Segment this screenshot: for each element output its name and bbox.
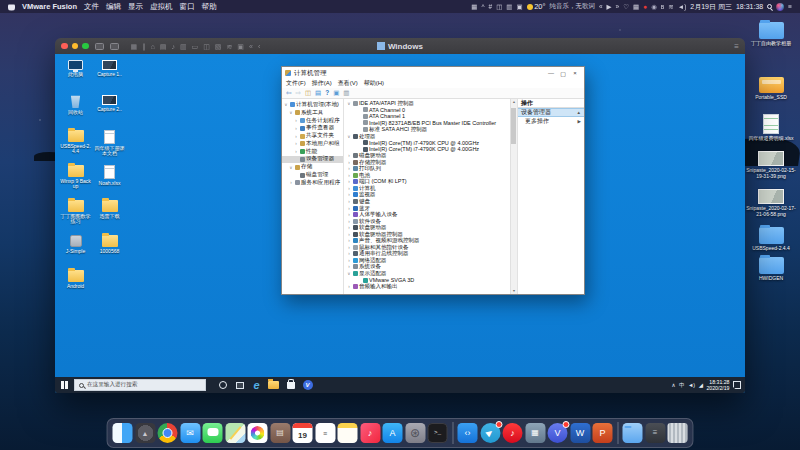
expand-arrow-icon[interactable]: ›: [294, 141, 298, 146]
expand-arrow-icon[interactable]: ›: [347, 173, 351, 178]
thunder-taskbar-icon[interactable]: [299, 377, 316, 393]
record-icon[interactable]: ◉: [651, 3, 657, 11]
tree-item-5[interactable]: › 本地用户和组: [282, 140, 343, 148]
tree-item-4[interactable]: › 共享文件夹: [282, 132, 343, 140]
camera-icon[interactable]: ▣: [237, 43, 244, 50]
taskbar-clock[interactable]: 18:31:28 2020/2/19: [706, 379, 729, 391]
vscode-icon[interactable]: ‹›: [458, 423, 478, 443]
close-button[interactable]: ×: [569, 68, 581, 78]
tree-item-8[interactable]: ∨ 存储: [282, 163, 343, 171]
music-icon[interactable]: ♪: [360, 423, 380, 443]
menu-bar-date[interactable]: 2月19日 周三: [690, 2, 732, 12]
tree-item-3[interactable]: › 事件查看器: [282, 124, 343, 132]
expand-arrow-icon[interactable]: ›: [347, 284, 351, 289]
menu-item-1[interactable]: 编辑: [106, 2, 121, 12]
volume-icon[interactable]: ◄): [688, 382, 695, 388]
chrome-icon[interactable]: [158, 423, 178, 443]
expand-arrow-icon[interactable]: ›: [347, 160, 351, 165]
expand-arrow-icon[interactable]: ›: [347, 192, 351, 197]
apple-menu-icon[interactable]: [8, 3, 15, 11]
cm-titlebar[interactable]: 计算机管理 — ▢ ×: [282, 67, 584, 79]
messages-icon[interactable]: [203, 423, 223, 443]
close-button[interactable]: [61, 43, 68, 50]
collapse-icon[interactable]: ▲: [577, 110, 581, 115]
menu-item-4[interactable]: 窗口: [180, 2, 195, 12]
expand-arrow-icon[interactable]: ›: [294, 126, 298, 131]
volume-icon[interactable]: ◄): [678, 3, 687, 10]
telegram-icon[interactable]: ▶: [480, 423, 500, 443]
expand-arrow-icon[interactable]: ›: [347, 212, 351, 217]
windows-desktop-icon-3[interactable]: Winxp 9 Backup: [60, 165, 91, 199]
grid-icon[interactable]: ▦: [633, 3, 639, 11]
mail-icon[interactable]: ✉: [180, 423, 200, 443]
expand-arrow-icon[interactable]: ›: [347, 258, 351, 263]
notification-center-icon[interactable]: ≡: [788, 3, 792, 10]
windows-desktop-icon-11[interactable]: 迅雷下载: [94, 200, 125, 234]
cm-menu-item-3[interactable]: 帮助(H): [364, 79, 384, 88]
expand-arrow-icon[interactable]: ›: [347, 153, 351, 158]
menu-bar-clock[interactable]: 18:31:38: [736, 3, 763, 10]
expand-arrow-icon[interactable]: ›: [289, 180, 293, 185]
windows-desktop-icon-5[interactable]: J-Simple: [60, 235, 91, 269]
network-icon[interactable]: ◢: [699, 382, 703, 388]
expand-arrow-icon[interactable]: ∨: [347, 271, 351, 276]
active-app-name[interactable]: VMware Fusion: [22, 2, 77, 11]
task-view-icon[interactable]: [231, 377, 248, 393]
windows-desktop-icon-12[interactable]: 1000568: [94, 235, 125, 269]
scrollbar-thumb[interactable]: [511, 108, 516, 144]
expand-arrow-icon[interactable]: ›: [294, 134, 298, 139]
next-track-icon[interactable]: »: [616, 3, 620, 10]
actions-more[interactable]: 更多操作 ▶: [518, 117, 584, 126]
vm-settings-icon[interactable]: ≡: [734, 42, 739, 51]
notes-icon[interactable]: [338, 423, 358, 443]
back-icon[interactable]: ⇦: [286, 90, 291, 97]
expand-arrow-icon[interactable]: ›: [347, 251, 351, 256]
tree-item-7[interactable]: 设备管理器: [282, 156, 343, 164]
cm-menu-item-2[interactable]: 查看(V): [338, 79, 358, 88]
sharing-icon[interactable]: ≋: [226, 43, 232, 50]
action-pane-icon[interactable]: ▥: [343, 90, 349, 97]
tree-item-10[interactable]: › 服务和应用程序: [282, 179, 343, 187]
expand-arrow-icon[interactable]: ›: [347, 206, 351, 211]
spotlight-icon[interactable]: [767, 4, 772, 9]
maximize-button[interactable]: ▢: [557, 68, 569, 78]
mac-desktop-icon-6[interactable]: HWIDGEN: [759, 257, 784, 282]
app-store-icon[interactable]: A: [383, 423, 403, 443]
play-icon[interactable]: ▶: [607, 3, 612, 11]
thunder-icon[interactable]: V: [548, 423, 568, 443]
expand-arrow-icon[interactable]: ∨: [347, 101, 351, 106]
minimize-button[interactable]: —: [545, 68, 557, 78]
help-icon[interactable]: ?: [325, 90, 329, 97]
start-button[interactable]: [55, 377, 74, 393]
network-icon[interactable]: ▧: [215, 43, 222, 50]
library-icon[interactable]: ▤: [160, 43, 167, 50]
clipboard-manager-icon[interactable]: ◫: [496, 3, 502, 11]
windows-desktop-icon-0[interactable]: 此电脑: [60, 60, 91, 94]
ime-indicator[interactable]: 中: [679, 382, 685, 389]
mac-desktop-icon-4[interactable]: Snipaste_2020-02-17-21-06-58.png: [746, 189, 796, 218]
snapshot-button[interactable]: [95, 43, 104, 50]
word-icon[interactable]: W: [570, 423, 590, 443]
actions-device-manager[interactable]: 设备管理器 ▲: [518, 108, 584, 117]
tree-item-0[interactable]: ∨ 计算机管理(本地): [282, 101, 343, 109]
expand-arrow-icon[interactable]: ›: [347, 232, 351, 237]
expand-arrow-icon[interactable]: ∨: [284, 102, 288, 107]
dock-divider[interactable]: [617, 422, 618, 444]
file-explorer-icon[interactable]: [265, 377, 282, 393]
settings-button[interactable]: [110, 43, 119, 50]
expand-arrow-icon[interactable]: ›: [347, 199, 351, 204]
expand-arrow-icon[interactable]: ∨: [289, 110, 293, 115]
mac-desktop-icon-3[interactable]: Snipaste_2020-02-15-19-31-39.png: [746, 151, 796, 180]
expand-arrow-icon[interactable]: ›: [347, 186, 351, 191]
expand-arrow-icon[interactable]: ›: [347, 219, 351, 224]
expand-arrow-icon[interactable]: ›: [347, 238, 351, 243]
mac-desktop-icon-1[interactable]: Portable_SSD: [755, 77, 787, 101]
cm-menu-item-0[interactable]: 文件(F): [286, 79, 306, 88]
action-center-icon[interactable]: [733, 381, 741, 389]
dock-divider[interactable]: [452, 422, 453, 444]
taskbar-search[interactable]: 在这里输入进行搜索: [74, 379, 206, 391]
documents-stack-icon[interactable]: ≡: [645, 423, 665, 443]
tree-item-9[interactable]: 磁盘管理: [282, 171, 343, 179]
netease-music-icon[interactable]: ♪: [503, 423, 523, 443]
minimize-button[interactable]: [72, 43, 79, 50]
